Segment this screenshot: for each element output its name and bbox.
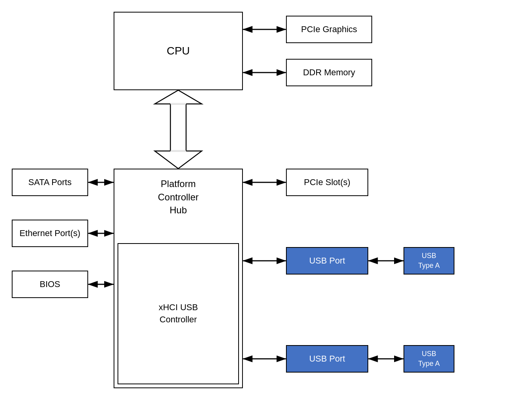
usb-port-top-label: USB Port [309, 255, 345, 267]
bios-box: BIOS [12, 271, 88, 298]
usb-port-bottom-box: USB Port [286, 345, 368, 373]
pcie-graphics-box: PCIe Graphics [286, 16, 372, 43]
ethernet-label: Ethernet Port(s) [20, 228, 80, 239]
xhci-box: xHCI USB Controller [118, 243, 239, 384]
bios-label: BIOS [40, 279, 60, 290]
big-double-arrow [155, 90, 202, 169]
cpu-box: CPU [114, 12, 243, 90]
ethernet-box: Ethernet Port(s) [12, 220, 88, 247]
cpu-label: CPU [166, 44, 190, 58]
diagram: CPU PCIe Graphics DDR Memory Platform Co… [0, 0, 532, 400]
usb-port-bottom-label: USB Port [309, 353, 345, 365]
svg-marker-5 [155, 90, 202, 104]
sata-ports-label: SATA Ports [28, 177, 71, 188]
xhci-label: xHCI USB Controller [159, 302, 198, 326]
sata-ports-box: SATA Ports [12, 169, 88, 196]
usb-type-a-top-label: USB Type A [418, 251, 440, 271]
usb-type-a-bottom-label: USB Type A [418, 349, 440, 369]
usb-port-top-box: USB Port [286, 247, 368, 275]
usb-type-a-top-box: USB Type A [404, 247, 454, 275]
ddr-memory-label: DDR Memory [303, 67, 355, 78]
ddr-memory-box: DDR Memory [286, 59, 372, 86]
arrows-overlay [0, 0, 532, 400]
usb-type-a-bottom-box: USB Type A [404, 345, 454, 373]
svg-marker-6 [155, 151, 202, 169]
pcie-slots-label: PCIe Slot(s) [304, 177, 351, 188]
pch-label: Platform Controller Hub [158, 177, 199, 217]
pcie-slots-box: PCIe Slot(s) [286, 169, 368, 196]
pcie-graphics-label: PCIe Graphics [301, 24, 357, 35]
svg-rect-4 [170, 102, 186, 153]
